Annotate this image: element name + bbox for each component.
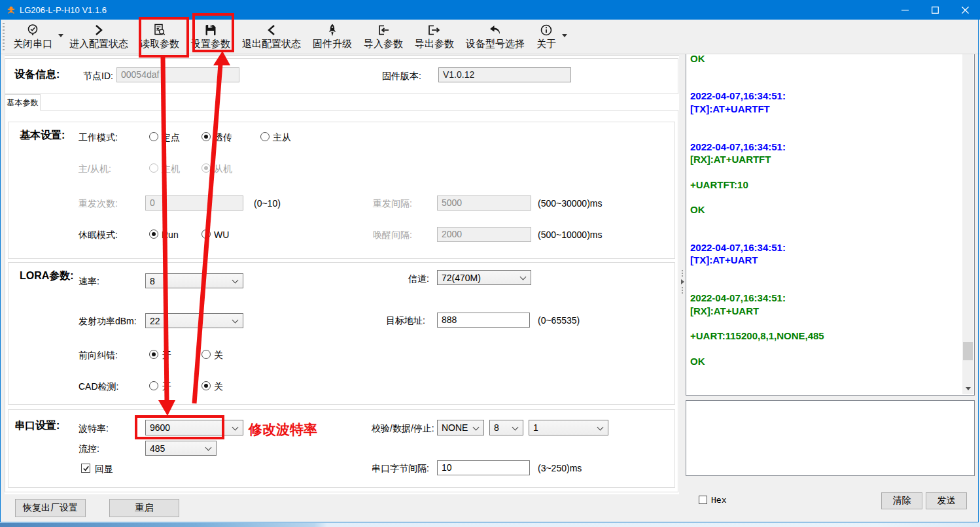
reboot-button[interactable]: 重启	[109, 499, 179, 517]
port-status-icon	[26, 22, 39, 37]
log-output[interactable]: +CAD:OFF OK 2022-04-07,16:34:51:[TX]:AT+…	[686, 23, 975, 396]
toolbar-button-enter-config[interactable]: 进入配置状态	[63, 20, 134, 52]
baud-rate-select[interactable]: 9600	[145, 420, 243, 435]
stop-bits-select[interactable]: 1	[529, 420, 608, 435]
rate-select[interactable]: 8	[145, 273, 243, 288]
cad-label: CAD检测:	[79, 381, 118, 393]
log-line: 2022-04-07,16:34:51:	[690, 90, 961, 102]
echo-checkbox[interactable]	[81, 464, 90, 473]
resend-interval-label: 重发间隔:	[373, 198, 412, 210]
work-mode-label: 工作模式:	[79, 132, 118, 144]
config-panel: 设备信息: 节点ID: 00054daf 固件版本: V1.0.12 基本参数 …	[5, 55, 679, 494]
toolbar-button-close-port[interactable]: 关闭串口	[7, 20, 58, 52]
toolbar-button-export-params[interactable]: 导出参数	[409, 20, 460, 52]
toolbar-button-about[interactable]: 关于	[531, 20, 562, 52]
master-slave-radio-slave[interactable]	[201, 163, 211, 173]
sleep-mode-radio-run[interactable]	[149, 230, 158, 239]
toolbar-label: 设备型号选择	[466, 38, 525, 50]
cad-option-label: 关	[214, 381, 223, 393]
tx-power-select[interactable]: 22	[145, 313, 243, 328]
flow-control-select[interactable]: 485	[145, 441, 217, 456]
fec-radio-on[interactable]	[149, 350, 158, 359]
log-line: [RX]:AT+UARTFT	[690, 153, 961, 165]
log-line	[690, 229, 961, 241]
resend-count-label: 重发次数:	[79, 198, 118, 210]
close-button[interactable]	[950, 0, 980, 20]
wake-interval-field[interactable]: 2000	[437, 227, 531, 242]
master-slave-radio-master[interactable]	[149, 163, 158, 173]
panel-splitter[interactable]	[680, 256, 685, 307]
log-line	[690, 165, 961, 178]
sleep-mode-radio-wu[interactable]	[201, 230, 211, 239]
log-line: OK	[690, 355, 961, 367]
hex-checkbox[interactable]	[699, 496, 707, 504]
port-dropdown-caret-icon[interactable]	[58, 34, 63, 37]
toolbar-label: 退出配置状态	[242, 38, 301, 50]
resend-count-field[interactable]: 0	[145, 196, 243, 211]
basic-settings-title: 基本设置:	[20, 129, 65, 143]
wake-interval-hint: (500~10000)ms	[538, 230, 602, 240]
byte-interval-field[interactable]: 10	[437, 460, 530, 475]
sleep-mode-option-label: WU	[214, 230, 229, 240]
tab-basic-params[interactable]: 基本参数	[5, 94, 41, 110]
toolbar-button-device-model[interactable]: 设备型号选择	[460, 20, 531, 52]
baud-rate-label: 波特率:	[79, 423, 109, 435]
toolbar-button-read-params[interactable]: 读取参数	[134, 20, 185, 52]
check-icon	[82, 465, 90, 472]
about-dropdown-caret-icon[interactable]	[562, 34, 567, 37]
log-line	[690, 216, 961, 228]
tab-label: 基本参数	[7, 97, 39, 109]
byte-interval-label: 串口字节间隔:	[372, 463, 429, 475]
tx-power-label: 发射功率dBm:	[79, 316, 137, 328]
enter-config-icon	[93, 22, 105, 37]
cad-radio-off[interactable]	[201, 381, 211, 390]
send-button[interactable]: 发送	[926, 492, 967, 509]
log-line	[690, 342, 961, 354]
maximize-button[interactable]	[920, 0, 950, 20]
node-id-field[interactable]: 00054daf	[116, 67, 239, 82]
work-mode-option-label: 定点	[162, 132, 180, 144]
log-scrollbar[interactable]	[962, 24, 973, 394]
chevron-down-icon	[520, 274, 527, 280]
minimize-button[interactable]	[890, 0, 920, 20]
write-params-icon	[204, 22, 217, 37]
byte-interval-hint: (3~250)ms	[538, 463, 582, 473]
toolbar-button-import-params[interactable]: 导入参数	[358, 20, 409, 52]
toolbar-grip[interactable]	[3, 23, 5, 50]
target-address-field[interactable]: 888	[437, 313, 530, 328]
scroll-down-icon[interactable]	[962, 383, 973, 394]
work-mode-radio-fixed[interactable]	[149, 132, 158, 141]
data-bits-select[interactable]: 8	[489, 420, 523, 435]
clear-button[interactable]: 清除	[881, 492, 922, 509]
log-line: +UARTFT:10	[690, 178, 961, 191]
rate-label: 速率:	[79, 276, 99, 288]
work-mode-radio-master-slave[interactable]	[260, 132, 270, 141]
fec-option-label: 开	[162, 350, 171, 362]
send-input[interactable]	[686, 400, 975, 476]
scrollbar-thumb[interactable]	[963, 342, 973, 360]
toolbar-label: 关于	[536, 38, 556, 50]
toolbar-button-exit-config[interactable]: 退出配置状态	[236, 20, 307, 52]
firmware-version-field[interactable]: V1.0.12	[438, 67, 571, 82]
work-mode-option-label: 主从	[273, 132, 291, 144]
channel-select[interactable]: 72(470M)	[437, 270, 531, 285]
collapse-arrow-icon	[681, 279, 684, 284]
parity-select[interactable]: NONE	[437, 420, 484, 435]
log-line	[690, 191, 961, 203]
toolbar-button-write-params[interactable]: 设置参数	[185, 20, 236, 52]
log-line: [TX]:AT+UARTFT	[690, 103, 961, 115]
channel-label: 信道:	[408, 273, 429, 285]
master-slave-label: 主/从机:	[79, 163, 111, 175]
log-line	[690, 115, 961, 128]
titlebar: LG206-L-P-H10 V1.1.6	[0, 0, 980, 20]
fec-radio-off[interactable]	[201, 350, 211, 359]
work-mode-radio-transparent[interactable]	[201, 132, 211, 141]
log-line: [RX]:AT+UART	[690, 305, 961, 317]
parity-data-stop-label: 校验/数据/停止:	[372, 423, 434, 435]
toolbar-button-firmware-upgrade[interactable]: 固件升级	[307, 20, 358, 52]
cad-radio-on[interactable]	[149, 381, 158, 390]
resend-interval-field[interactable]: 5000	[437, 196, 531, 211]
chevron-down-icon	[232, 424, 239, 431]
factory-reset-button[interactable]: 恢复出厂设置	[15, 499, 86, 517]
target-address-hint: (0~65535)	[538, 315, 580, 326]
